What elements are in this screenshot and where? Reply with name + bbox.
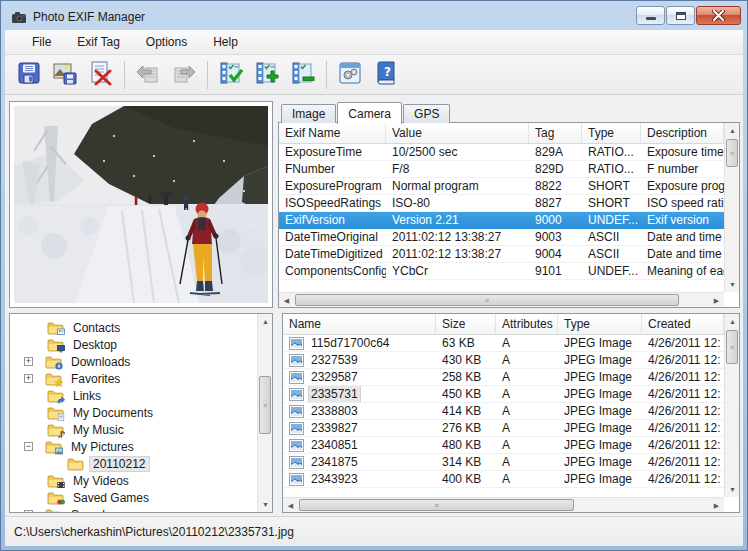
file-horizontal-scrollbar[interactable]: ◀ ≡ ▶ — [283, 497, 724, 512]
arrow-right-icon — [171, 60, 197, 90]
exif-cell: ExposureTime — [279, 144, 386, 160]
column-size[interactable]: Size — [436, 314, 496, 334]
exif-row[interactable]: ExposureTime10/2500 sec829ARATIO...Expos… — [279, 144, 724, 161]
save-button[interactable] — [13, 59, 45, 91]
exif-row[interactable]: ISOSpeedRatingsISO-808827SHORTISO speed … — [279, 195, 724, 212]
menu-help[interactable]: Help — [200, 32, 251, 52]
exif-row[interactable]: ExposureProgramNormal program8822SHORTEx… — [279, 178, 724, 195]
tree-item-searches[interactable]: +Searches — [10, 506, 257, 512]
next-button[interactable] — [168, 59, 200, 91]
tree-item-my-documents[interactable]: My Documents — [10, 404, 257, 421]
tab-strip: Image Camera GPS — [278, 101, 740, 123]
column-value[interactable]: Value — [386, 123, 529, 143]
expand-icon[interactable]: + — [24, 374, 33, 383]
file-cell: JPEG Image — [558, 352, 642, 368]
exif-table: Exif Name Value Tag Type Description Exp… — [278, 122, 740, 308]
exif-row[interactable]: ComponentsConfig...YCbCr9101UNDEF...Mean… — [279, 263, 724, 280]
exif-row[interactable]: FNumberF/8829DRATIO...F number — [279, 161, 724, 178]
file-row[interactable]: 2338803414 KBAJPEG Image4/26/2011 12: — [283, 403, 724, 420]
previous-button[interactable] — [132, 59, 164, 91]
exif-row[interactable]: DateTimeDigitized2011:02:12 13:38:279004… — [279, 246, 724, 263]
exif-cell: Exposure progra — [641, 178, 724, 194]
scroll-thumb[interactable]: ≡ — [295, 294, 679, 306]
scroll-left-icon[interactable]: ◀ — [283, 498, 298, 513]
tree-item-desktop[interactable]: Desktop — [10, 336, 257, 353]
scroll-down-icon[interactable]: ▼ — [258, 497, 273, 512]
save-image-button[interactable] — [49, 59, 81, 91]
column-type[interactable]: Type — [558, 314, 642, 334]
expand-icon[interactable]: + — [24, 357, 33, 366]
file-row[interactable]: 2339827276 KBAJPEG Image4/26/2011 12: — [283, 420, 724, 437]
close-button[interactable] — [696, 6, 741, 25]
column-tag[interactable]: Tag — [529, 123, 582, 143]
tree-item-downloads[interactable]: +Downloads — [10, 353, 257, 370]
file-vertical-scrollbar[interactable]: ▲ ≡ ▼ — [724, 314, 739, 497]
videos-folder-icon — [47, 474, 64, 488]
column-exif-name[interactable]: Exif Name — [279, 123, 386, 143]
exif-remove-button[interactable] — [287, 59, 319, 91]
column-created[interactable]: Created — [642, 314, 724, 334]
scroll-down-icon[interactable]: ▼ — [725, 277, 740, 292]
tree-item-favorites[interactable]: +Favorites — [10, 370, 257, 387]
status-bar: C:\Users\cherkashin\Pictures\20110212\23… — [5, 516, 743, 546]
menu-options[interactable]: Options — [133, 32, 200, 52]
file-cell: 314 KB — [436, 454, 496, 470]
menu-file[interactable]: File — [19, 32, 64, 52]
file-row[interactable]: 2341875314 KBAJPEG Image4/26/2011 12: — [283, 454, 724, 471]
scroll-thumb[interactable]: ≡ — [726, 139, 738, 167]
collapse-icon[interactable]: − — [24, 442, 33, 451]
column-name[interactable]: Name — [283, 314, 436, 334]
exif-cell: F/8 — [386, 161, 529, 177]
scroll-up-icon[interactable]: ▲ — [725, 314, 740, 329]
exif-row[interactable]: ExifVersionVersion 2.219000UNDEF...Exif … — [279, 212, 724, 229]
tree-item-20110212[interactable]: 20110212 — [10, 455, 257, 472]
exif-check-button[interactable] — [215, 59, 247, 91]
maximize-button[interactable] — [666, 6, 695, 25]
tree-item-my-videos[interactable]: My Videos — [10, 472, 257, 489]
minimize-button[interactable] — [636, 6, 665, 25]
expand-icon[interactable]: + — [24, 510, 33, 512]
exif-add-button[interactable] — [251, 59, 283, 91]
tree-item-links[interactable]: Links — [10, 387, 257, 404]
tree-vertical-scrollbar[interactable]: ▲ ≡ ▼ — [257, 314, 272, 512]
column-attributes[interactable]: Attributes — [496, 314, 558, 334]
tab-camera[interactable]: Camera — [337, 102, 402, 124]
file-row[interactable]: 2343923400 KBAJPEG Image4/26/2011 12: — [283, 471, 724, 488]
scroll-thumb[interactable]: ≡ — [299, 499, 574, 511]
scroll-down-icon[interactable]: ▼ — [725, 482, 740, 497]
menu-exif-tag[interactable]: Exif Tag — [64, 32, 132, 52]
file-row[interactable]: 2329587258 KBAJPEG Image4/26/2011 12: — [283, 369, 724, 386]
tree-item-my-music[interactable]: My Music — [10, 421, 257, 438]
column-description[interactable]: Description — [641, 123, 724, 143]
image-file-icon — [289, 337, 304, 350]
file-name-cell: 115d71700c64 — [283, 335, 436, 351]
tree-item-my-pictures[interactable]: −My Pictures — [10, 438, 257, 455]
file-row[interactable]: 2335731450 KBAJPEG Image4/26/2011 12: — [283, 386, 724, 403]
scroll-left-icon[interactable]: ◀ — [279, 293, 294, 308]
scroll-right-icon[interactable]: ▶ — [709, 498, 724, 513]
tree-item-saved-games[interactable]: Saved Games — [10, 489, 257, 506]
exif-vertical-scrollbar[interactable]: ▲ ≡ ▼ — [724, 123, 739, 292]
help-button[interactable]: ? — [370, 59, 402, 91]
file-row[interactable]: 2340851480 KBAJPEG Image4/26/2011 12: — [283, 437, 724, 454]
tab-image[interactable]: Image — [281, 104, 336, 123]
column-type[interactable]: Type — [582, 123, 641, 143]
exif-row[interactable]: DateTimeOriginal2011:02:12 13:38:279003A… — [279, 229, 724, 246]
scroll-up-icon[interactable]: ▲ — [258, 314, 273, 329]
exif-horizontal-scrollbar[interactable]: ◀ ≡ ▶ — [279, 292, 724, 307]
file-cell: JPEG Image — [558, 335, 642, 351]
file-row[interactable]: 115d71700c6463 KBAJPEG Image4/26/2011 12… — [283, 335, 724, 352]
delete-exif-icon — [88, 60, 114, 90]
scroll-right-icon[interactable]: ▶ — [709, 293, 724, 308]
file-row[interactable]: 2327539430 KBAJPEG Image4/26/2011 12: — [283, 352, 724, 369]
delete-exif-button[interactable] — [85, 59, 117, 91]
scroll-thumb[interactable]: ≡ — [726, 330, 738, 364]
tree-item-contacts[interactable]: Contacts — [10, 319, 257, 336]
options-button[interactable] — [334, 59, 366, 91]
file-cell: 4/26/2011 12: — [642, 471, 724, 487]
tab-gps[interactable]: GPS — [403, 104, 450, 123]
scroll-thumb[interactable]: ≡ — [259, 376, 271, 434]
title-bar[interactable]: Photo EXIF Manager — [5, 4, 743, 30]
music-folder-icon — [47, 423, 64, 437]
scroll-up-icon[interactable]: ▲ — [725, 123, 740, 138]
